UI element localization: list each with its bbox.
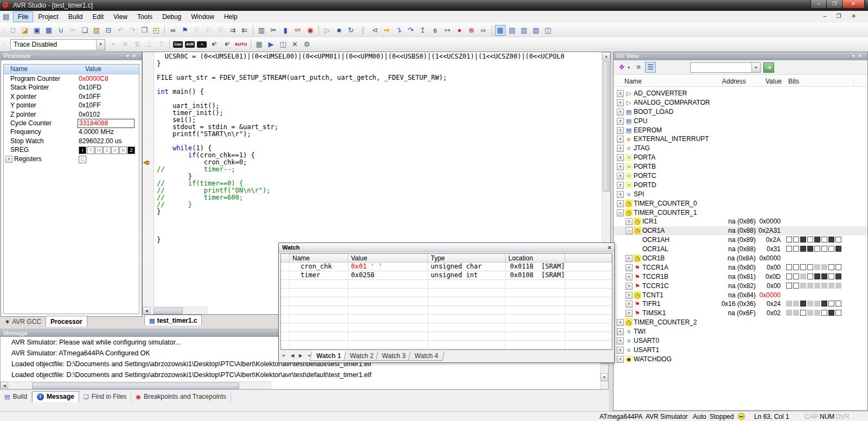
io-tree-row[interactable]: +≈PORTC bbox=[614, 171, 867, 181]
watch-close-icon[interactable]: ✕ bbox=[608, 244, 612, 252]
build-icon[interactable]: ▶ bbox=[266, 39, 277, 50]
expander-icon[interactable]: + bbox=[617, 191, 624, 198]
connect-dialog-icon[interactable]: Con bbox=[173, 41, 183, 48]
io-tree-row[interactable]: +◷ICR1na (0x86)0x0000 bbox=[614, 217, 867, 226]
bit-box[interactable] bbox=[835, 273, 841, 279]
expander-icon[interactable]: + bbox=[617, 347, 624, 354]
menu-window[interactable]: Window bbox=[186, 11, 219, 22]
io-tree-row[interactable]: +≡SPI bbox=[614, 190, 867, 199]
bit-box[interactable] bbox=[786, 310, 792, 316]
bit-box[interactable] bbox=[814, 237, 820, 243]
editor-horizontal-scrollbar[interactable]: ◀ bbox=[143, 307, 208, 314]
run-to-cursor-icon[interactable]: ↦ bbox=[442, 25, 453, 36]
bit-box[interactable] bbox=[800, 283, 806, 289]
expander-icon[interactable]: + bbox=[626, 255, 633, 262]
message-horizontal-scrollbar[interactable]: ◀ bbox=[1, 381, 272, 389]
remove-all-breakpoints-icon[interactable]: ⊗ bbox=[466, 25, 477, 36]
bit-box[interactable] bbox=[835, 237, 841, 243]
show-next-statement-icon[interactable]: ➡ bbox=[381, 25, 392, 36]
io-tree-row[interactable]: +⚑TIMSK1na (0x6F)0x02 bbox=[614, 309, 867, 318]
bit-box[interactable] bbox=[793, 301, 799, 307]
clean-icon[interactable]: ✕ bbox=[290, 39, 301, 50]
bit-box[interactable] bbox=[828, 246, 834, 252]
revert-icon[interactable]: ∪ bbox=[55, 25, 66, 36]
menu-view[interactable]: View bbox=[108, 11, 132, 22]
io-tree-row[interactable]: +◈EXTERNAL_INTERRUPT bbox=[614, 135, 867, 144]
register-value[interactable]: 8296022.00 us bbox=[79, 137, 139, 145]
registers-window-icon[interactable]: ▤ bbox=[507, 25, 518, 36]
tab-avr-gcc[interactable]: ✷AVR GCC bbox=[1, 317, 46, 327]
io-tree-row[interactable]: +⚑TCCR1Ana (0x80)0x00 bbox=[614, 263, 867, 272]
stop-debugging-icon[interactable]: ■ bbox=[334, 25, 344, 36]
watch-row[interactable] bbox=[281, 289, 612, 297]
combobox-arrow-icon[interactable]: ▾ bbox=[751, 63, 760, 72]
expander-icon[interactable]: − bbox=[617, 209, 624, 216]
compile-icon[interactable]: ▦ bbox=[254, 39, 265, 50]
watch-row[interactable]: timer0x0258unsigned int0x0108 [SRAM] bbox=[281, 271, 612, 280]
tab-breakpoints-and-tracepoints[interactable]: ◉Breakpoints and Tracepoints bbox=[131, 392, 231, 402]
io-filter-combobox[interactable]: ▾ bbox=[690, 62, 761, 73]
watch-row[interactable] bbox=[281, 323, 612, 332]
panel-collapse-icon[interactable]: ▾ bbox=[126, 53, 132, 59]
expander-icon[interactable]: + bbox=[626, 292, 633, 299]
watch-row[interactable] bbox=[281, 315, 612, 323]
save-all-icon[interactable]: ▦ bbox=[43, 25, 54, 36]
watch-row[interactable] bbox=[281, 332, 612, 341]
new-file-icon[interactable]: □ bbox=[8, 25, 18, 36]
watch-window-icon[interactable]: ▦ bbox=[495, 25, 506, 36]
panel-close-icon[interactable]: ✕ bbox=[858, 53, 865, 59]
tab-watch-1[interactable]: Watch 1 bbox=[310, 351, 347, 361]
minimize-button[interactable]: ‒ bbox=[810, 0, 827, 9]
menu-debug[interactable]: Debug bbox=[157, 11, 186, 22]
quickwatch-icon[interactable]: ∞ bbox=[478, 25, 489, 36]
register-value[interactable]: 0x0000C8 bbox=[79, 74, 139, 83]
bit-box[interactable] bbox=[793, 264, 799, 270]
step-out-icon[interactable]: ↥ bbox=[417, 25, 428, 36]
bit-box[interactable] bbox=[828, 301, 834, 307]
bit-box[interactable] bbox=[821, 237, 827, 243]
panel-close-icon[interactable]: ✕ bbox=[132, 53, 139, 59]
expander-icon[interactable]: + bbox=[626, 218, 633, 225]
panel-collapse-icon[interactable]: ▾ bbox=[852, 53, 858, 59]
expander-icon[interactable]: + bbox=[617, 173, 624, 180]
tab-test-timer1[interactable]: ▤ test_timer1.c bbox=[144, 315, 202, 326]
menu-edit[interactable]: Edit bbox=[87, 11, 108, 22]
bit-box[interactable] bbox=[807, 246, 813, 252]
bit-box[interactable] bbox=[807, 283, 813, 289]
bit-box[interactable] bbox=[814, 301, 820, 307]
io-tree-row[interactable]: +◷OCR1Bna (0x8A)0x0000 bbox=[614, 254, 867, 263]
bit-box[interactable] bbox=[835, 283, 841, 289]
tab-build[interactable]: ▤Build bbox=[0, 392, 32, 402]
quickwatch-ot-icon[interactable]: OT bbox=[292, 25, 304, 36]
open-file-icon[interactable]: ◪ bbox=[20, 25, 30, 36]
io-apply-button[interactable]: ➜ bbox=[763, 62, 774, 73]
bit-box[interactable] bbox=[800, 246, 806, 252]
sreg-flag-S[interactable]: S bbox=[103, 146, 111, 154]
copy-icon[interactable]: ❏ bbox=[79, 25, 90, 36]
expander-icon[interactable]: + bbox=[617, 328, 624, 335]
bit-box[interactable] bbox=[814, 246, 820, 252]
bit-box[interactable] bbox=[828, 283, 834, 289]
avr-programmer-icon[interactable]: AVR bbox=[185, 41, 195, 48]
register-value[interactable]: 33184088 bbox=[78, 119, 135, 128]
new-breakpoint-icon[interactable]: {} bbox=[429, 25, 441, 36]
menu-build[interactable]: Build bbox=[63, 11, 88, 22]
sreg-flag-C[interactable]: C bbox=[79, 156, 86, 163]
expander-icon[interactable]: + bbox=[626, 264, 633, 271]
expander-icon[interactable]: + bbox=[617, 337, 624, 345]
expander-icon[interactable]: + bbox=[617, 319, 624, 326]
tree-view-icon[interactable]: ☰ bbox=[645, 62, 656, 73]
bit-box[interactable] bbox=[828, 273, 834, 279]
reset-icon[interactable]: ⊲ bbox=[369, 25, 380, 36]
bit-box[interactable] bbox=[793, 246, 799, 252]
io-tree-row[interactable]: +≈PORTB bbox=[614, 162, 867, 171]
cut-trace-icon[interactable]: ✂ bbox=[268, 25, 279, 36]
bit-box[interactable] bbox=[814, 264, 820, 270]
bit-box[interactable] bbox=[800, 237, 806, 243]
save-file-icon[interactable]: ▣ bbox=[31, 25, 42, 36]
io-tree-row[interactable]: +◷TIMER_COUNTER_0 bbox=[614, 199, 867, 208]
register-value[interactable]: 0x10FF bbox=[79, 101, 139, 110]
sreg-flag-T[interactable]: T bbox=[87, 146, 94, 154]
bit-box[interactable] bbox=[786, 246, 792, 252]
flat-view-icon[interactable]: ≡ bbox=[633, 62, 644, 73]
